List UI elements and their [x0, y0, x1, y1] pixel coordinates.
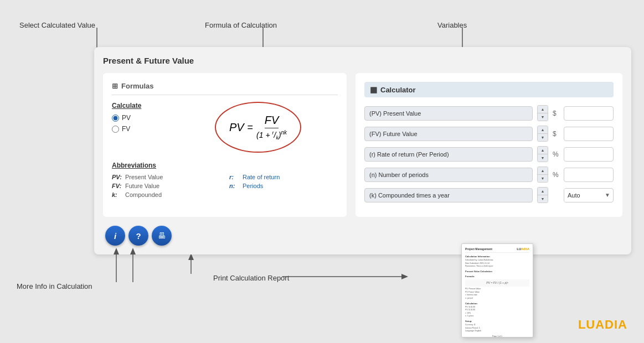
doc-logo: LUADIA — [517, 247, 529, 251]
svg-marker-11 — [188, 254, 194, 260]
luadia-text-yellow: ADIA — [595, 318, 627, 331]
field-fv-select[interactable]: (FV) Future Value — [364, 127, 533, 141]
field-pv-prefix: $ — [553, 110, 559, 117]
doc-body: Calculation Information Calculated by: L… — [465, 255, 529, 337]
doc-abbrev-n: n: period — [465, 297, 529, 300]
field-n-stepper[interactable]: ▲ ▼ — [537, 167, 548, 183]
fraction-numerator: FV — [265, 114, 279, 128]
field-fv-input[interactable] — [564, 127, 614, 141]
doc-calc-n: n: 5 years — [465, 315, 529, 318]
field-pv-select[interactable]: (PV) Present Value — [364, 106, 533, 121]
annotation-variables: Variables — [437, 21, 467, 29]
abbrev-r: r: Rate of return — [229, 174, 338, 180]
help-icon: ? — [136, 231, 141, 241]
field-n-select-wrapper[interactable]: (n) Number of periods — [364, 168, 533, 182]
field-k-select-wrapper[interactable]: (k) Compounded times a year — [364, 188, 533, 202]
abbrev-k-key: k: — [112, 191, 122, 198]
field-r-select-wrapper[interactable]: (r) Rate of return (Per Period) — [364, 147, 533, 162]
luadia-logo: LUADIA — [578, 318, 627, 332]
field-fv-up[interactable]: ▲ — [538, 126, 548, 133]
abbrev-n-key: n: — [229, 183, 239, 189]
doc-calc-label: Calculation: — [465, 302, 529, 305]
field-pv-input[interactable] — [564, 106, 614, 121]
field-r-down[interactable]: ▼ — [538, 154, 548, 162]
doc-calc-values: PV: $ 10.00 FV: $ 10.00 r: 10% n: 5 year… — [465, 306, 529, 318]
formulas-label: Formulas — [121, 82, 154, 90]
abbrev-r-val: Rate of return — [243, 174, 280, 180]
print-button[interactable]: 🖶 — [152, 226, 172, 246]
card-title: Present & Future Value — [103, 56, 622, 65]
field-n-up[interactable]: ▲ — [538, 167, 548, 174]
arrow-print-report-right — [282, 268, 415, 285]
field-n-down[interactable]: ▼ — [538, 175, 548, 182]
radio-fv-input[interactable] — [112, 126, 119, 133]
abbrev-pv-val: Present Value — [125, 174, 163, 180]
formula-fraction: FV (1 + r/k)nk — [256, 114, 287, 141]
field-pv-up[interactable]: ▲ — [538, 106, 548, 113]
calculator-label: Calculator — [380, 86, 416, 94]
abbrev-pv: PV: Present Value — [112, 174, 220, 180]
abbrev-grid: PV: Present Value r: Rate of return FV: … — [112, 174, 338, 198]
formula-box: PV = FV (1 + r/k)nk — [215, 102, 301, 153]
doc-formula-area: PV = FV / (1 + p)ⁿ — [465, 279, 529, 287]
annotation-formula-of-calculation: Formula of Calculation — [205, 21, 277, 29]
field-n-prefix: % — [553, 171, 559, 179]
info-icon: i — [114, 231, 116, 241]
calculate-label: Calculate — [112, 102, 167, 110]
doc-setup-values: Currency: $ Interest Period: 5 Language:… — [465, 324, 529, 333]
field-row-fv: (FV) Future Value ▲ ▼ $ — [364, 126, 614, 142]
abbrev-fv: FV: Future Value — [112, 183, 220, 189]
fraction-denominator: (1 + r/k)nk — [256, 129, 287, 141]
field-r-input[interactable] — [564, 147, 614, 162]
field-k-dropdown[interactable]: Auto ▼ — [564, 188, 614, 202]
radio-group: PV FV — [112, 114, 167, 133]
abbrev-fv-val: Future Value — [125, 183, 159, 189]
field-fv-stepper[interactable]: ▲ ▼ — [537, 126, 548, 142]
field-fv-select-wrapper[interactable]: (FV) Future Value — [364, 127, 533, 141]
print-icon: 🖶 — [158, 231, 166, 240]
radio-pv[interactable]: PV — [112, 114, 167, 122]
field-fv-down[interactable]: ▼ — [538, 134, 548, 141]
formulas-icon: ⊞ — [112, 82, 118, 90]
annotation-more-info: More Info in Calculation — [17, 282, 92, 290]
doc-logo-highlight: ADIA — [521, 247, 529, 251]
field-fv-prefix: $ — [553, 130, 559, 138]
field-n-input[interactable] — [564, 168, 614, 182]
print-doc: Project Management LUADIA Calculation In… — [461, 243, 533, 337]
abbrev-section: Abbreviations PV: Present Value r: Rate … — [112, 162, 338, 198]
field-r-up[interactable]: ▲ — [538, 147, 548, 154]
field-row-r: (r) Rate of return (Per Period) ▲ ▼ % — [364, 146, 614, 162]
field-pv-stepper[interactable]: ▲ ▼ — [537, 105, 548, 121]
doc-setup-language: Language: English — [465, 330, 529, 333]
formula-math: PV = FV (1 + r/k)nk — [229, 114, 287, 141]
field-k-dropdown-arrow[interactable]: ▼ — [602, 192, 613, 198]
bottom-buttons: i ? 🖶 — [103, 226, 622, 246]
abbrev-title: Abbreviations — [112, 162, 338, 169]
field-pv-down[interactable]: ▼ — [538, 113, 548, 121]
main-card: Present & Future Value ⊞ Formulas Calcul… — [94, 47, 631, 254]
abbrev-fv-key: FV: — [112, 183, 122, 189]
abbrev-k: k: Compounded — [112, 191, 220, 198]
doc-calc-info-row3: Parameters: This is a field report — [465, 265, 529, 268]
info-button[interactable]: i — [105, 226, 125, 246]
doc-title-text: Project Management — [465, 247, 492, 251]
radio-pv-input[interactable] — [112, 115, 119, 122]
doc-setup-label: Setup: — [465, 320, 529, 323]
field-r-stepper[interactable]: ▲ ▼ — [537, 146, 548, 162]
abbrev-pv-key: PV: — [112, 174, 122, 180]
doc-formula-label: Formula: — [465, 275, 529, 278]
calculator-panel: ▦ Calculator (PV) Present Value ▲ ▼ $ — [356, 73, 622, 217]
field-pv-select-wrapper[interactable]: (PV) Present Value — [364, 106, 533, 121]
formula-pv: PV — [229, 121, 244, 134]
radio-fv[interactable]: FV — [112, 125, 167, 133]
field-k-stepper[interactable]: ▲ ▼ — [537, 187, 548, 203]
field-k-select[interactable]: (k) Compounded times a year — [364, 188, 533, 202]
abbrev-n: n: Periods — [229, 183, 338, 189]
field-k-down[interactable]: ▼ — [538, 195, 548, 202]
formula-display: PV = FV (1 + r/k)nk — [178, 102, 338, 153]
luadia-text-black: LU — [578, 318, 595, 331]
help-button[interactable]: ? — [128, 226, 148, 246]
field-n-select[interactable]: (n) Number of periods — [364, 168, 533, 182]
field-r-select[interactable]: (r) Rate of return (Per Period) — [364, 147, 533, 162]
field-k-up[interactable]: ▲ — [538, 188, 548, 195]
